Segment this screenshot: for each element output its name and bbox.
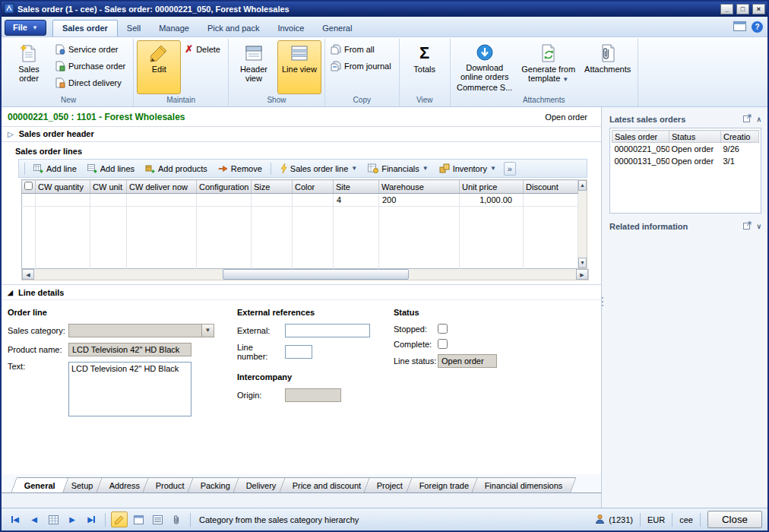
line-number-input[interactable]: [285, 345, 312, 359]
attachments-button[interactable]: Attachments: [581, 40, 635, 94]
sales-order-line-menu-button[interactable]: Sales order line ▼: [275, 162, 362, 175]
header-view-button[interactable]: Header view: [232, 40, 276, 94]
cell-warehouse[interactable]: 200: [379, 194, 460, 207]
tab-financial-dimensions[interactable]: Financial dimensions: [471, 477, 576, 492]
complete-checkbox[interactable]: [438, 339, 448, 349]
fb-col-status[interactable]: Status: [669, 131, 721, 143]
tab-invoice[interactable]: Invoice: [268, 20, 313, 36]
direct-delivery-button[interactable]: Direct delivery: [52, 76, 130, 90]
help-icon[interactable]: ?: [752, 21, 763, 33]
col-size[interactable]: Size: [252, 180, 293, 194]
close-window-button[interactable]: ×: [752, 4, 765, 14]
form-view-button[interactable]: [130, 511, 147, 527]
company-indicator[interactable]: cee: [679, 515, 693, 524]
list-item[interactable]: 00000131_050 Open order 3/1: [612, 155, 759, 167]
add-line-button[interactable]: Add line: [29, 162, 81, 175]
download-online-orders-button[interactable]: Download online orders Commerce S...: [454, 40, 516, 94]
col-cw-unit[interactable]: CW unit: [90, 180, 127, 194]
scroll-down-icon[interactable]: ▼: [578, 258, 587, 268]
add-products-button[interactable]: Add products: [141, 162, 212, 175]
select-all-header[interactable]: [22, 180, 36, 194]
edit-mode-button[interactable]: [111, 511, 128, 527]
tab-general[interactable]: General: [313, 20, 361, 36]
sales-category-combo[interactable]: ▼: [68, 324, 214, 337]
cell-discount[interactable]: [524, 194, 578, 207]
cell-unit-price[interactable]: 1,000.00: [460, 194, 524, 207]
list-view-button[interactable]: [149, 511, 166, 527]
maximize-button[interactable]: □: [736, 4, 749, 14]
scrollbar-thumb[interactable]: [223, 269, 409, 280]
scroll-left-icon[interactable]: ◀: [22, 269, 34, 280]
splitter-grip[interactable]: [600, 297, 604, 306]
inventory-menu-button[interactable]: Inventory ▼: [435, 162, 501, 175]
delete-button[interactable]: ✗ Delete: [182, 43, 225, 56]
collapse-chevron-icon[interactable]: ∧: [756, 116, 761, 123]
close-button[interactable]: Close: [707, 511, 762, 528]
line-details-section[interactable]: ◢ Line details: [2, 284, 601, 300]
col-warehouse[interactable]: Warehouse: [379, 180, 460, 194]
collapse-icon[interactable]: ◢: [8, 289, 13, 296]
toolbar-overflow-button[interactable]: »: [504, 162, 516, 176]
col-unit-price[interactable]: Unit price: [460, 180, 524, 194]
sales-order-header-section[interactable]: ▷ Sales order header: [2, 126, 601, 142]
new-sales-order-button[interactable]: Sales order: [7, 40, 51, 94]
tab-sales-order[interactable]: Sales order: [52, 20, 118, 36]
fb-col-sales-order[interactable]: Sales order: [612, 131, 669, 143]
external-input[interactable]: [285, 324, 370, 337]
combo-arrow-icon[interactable]: ▼: [201, 325, 214, 337]
col-site[interactable]: Site: [334, 180, 379, 194]
popout-icon[interactable]: [743, 221, 752, 231]
select-all-checkbox[interactable]: [24, 182, 33, 190]
previous-record-button[interactable]: ◀: [26, 511, 43, 527]
cell-cw-deliver-now[interactable]: [127, 194, 197, 207]
expand-icon[interactable]: ▷: [8, 130, 14, 138]
document-attachments-button[interactable]: [168, 511, 185, 527]
edit-button[interactable]: Edit: [137, 40, 181, 94]
col-cw-deliver-now[interactable]: CW deliver now: [127, 180, 197, 194]
col-configuration[interactable]: Configuration: [197, 180, 252, 194]
cell-configuration[interactable]: [197, 194, 252, 207]
purchase-order-button[interactable]: Purchase order: [52, 59, 130, 73]
scroll-up-icon[interactable]: ▲: [578, 180, 587, 191]
fb-col-creation[interactable]: Creatio: [721, 131, 759, 143]
from-all-button[interactable]: From all: [328, 43, 396, 56]
service-order-button[interactable]: Service order: [52, 43, 130, 56]
grid-view-button[interactable]: [45, 511, 62, 527]
col-cw-quantity[interactable]: CW quantity: [36, 180, 90, 194]
text-field[interactable]: LCD Television 42" HD Black: [68, 362, 191, 416]
generate-from-template-button[interactable]: Generate from template ▼: [517, 40, 580, 94]
add-lines-button[interactable]: Add lines: [83, 162, 139, 175]
file-menu-button[interactable]: File ▼: [5, 20, 46, 36]
cell-site[interactable]: 4: [334, 194, 379, 207]
totals-button[interactable]: Σ Totals: [403, 40, 447, 94]
tab-foreign-trade[interactable]: Foreign trade: [406, 477, 483, 492]
col-color[interactable]: Color: [293, 180, 334, 194]
financials-menu-button[interactable]: Financials ▼: [363, 162, 432, 175]
grid-horizontal-scrollbar[interactable]: ◀ ▶: [21, 269, 589, 280]
tab-pick-and-pack[interactable]: Pick and pack: [198, 20, 268, 36]
scroll-right-icon[interactable]: ▶: [576, 269, 588, 280]
from-journal-button[interactable]: From journal: [328, 59, 396, 73]
tab-price-and-discount[interactable]: Price and discount: [279, 477, 375, 492]
minimize-button[interactable]: _: [720, 4, 733, 14]
list-item[interactable]: 00000221_050 Open order 9/26: [612, 143, 759, 156]
table-row[interactable]: 4 200 1,000.00: [22, 194, 578, 207]
first-record-button[interactable]: ◀: [7, 511, 24, 527]
last-record-button[interactable]: ▶: [83, 511, 100, 527]
cell-cw-unit[interactable]: [90, 194, 127, 207]
cell-size[interactable]: [252, 194, 293, 207]
tab-general[interactable]: General: [11, 477, 68, 492]
tab-sell[interactable]: Sell: [118, 20, 150, 36]
next-record-button[interactable]: ▶: [64, 511, 81, 527]
cell-color[interactable]: [293, 194, 334, 207]
window-layout-icon[interactable]: [733, 21, 746, 33]
row-selector[interactable]: [22, 194, 36, 207]
tab-manage[interactable]: Manage: [150, 20, 198, 36]
currency-indicator[interactable]: EUR: [647, 515, 665, 524]
line-view-button[interactable]: Line view: [277, 40, 321, 94]
cell-cw-quantity[interactable]: [36, 194, 90, 207]
stopped-checkbox[interactable]: [438, 324, 448, 334]
popout-icon[interactable]: [743, 114, 752, 124]
remove-button[interactable]: Remove: [214, 162, 267, 175]
grid-vertical-scrollbar[interactable]: ▲ ▼: [578, 179, 587, 269]
